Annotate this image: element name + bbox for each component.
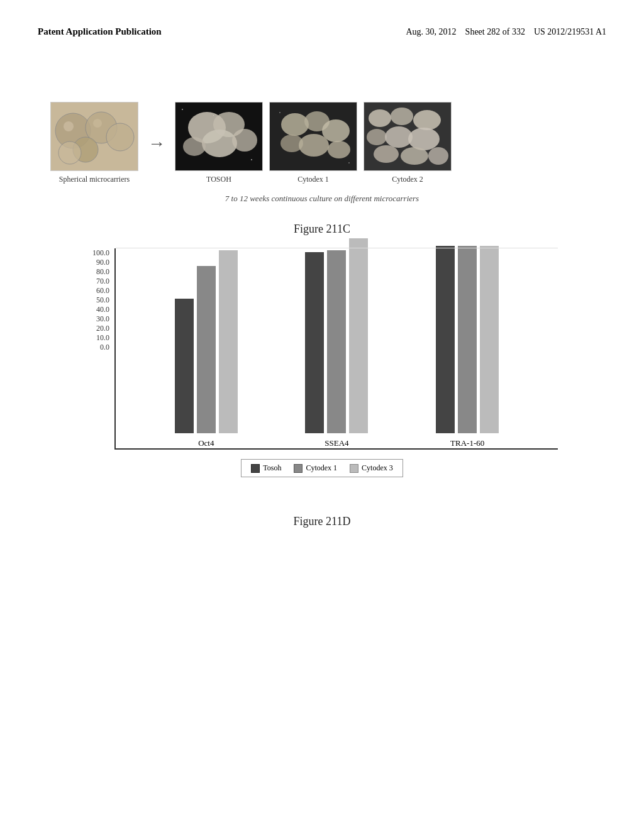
page-header: Patent Application Publication Aug. 30, …	[0, 0, 644, 52]
micro-image-tosoh	[175, 102, 263, 171]
svg-rect-14	[182, 109, 183, 110]
main-content: Spherical microcarriers →	[0, 52, 644, 541]
svg-point-18	[281, 113, 309, 136]
svg-point-22	[299, 134, 329, 157]
bar-tra-tosoh	[436, 246, 455, 433]
chart-area: Oct4 SSEA4	[114, 248, 558, 450]
bar-oct4-tosoh	[175, 299, 194, 433]
svg-point-35	[428, 147, 448, 165]
image-label-cytodex2: Cytodex 2	[392, 175, 423, 184]
svg-point-3	[106, 123, 134, 151]
svg-point-12	[183, 137, 206, 156]
bar-tra-cytodex1	[458, 246, 477, 433]
y-label-50: 50.0	[96, 296, 109, 305]
legend-label-cytodex1: Cytodex 1	[306, 463, 337, 473]
figure-211d-title: Figure 211D	[50, 515, 594, 528]
y-label-100: 100.0	[92, 248, 109, 258]
image-item-cytodex2: Cytodex 2	[364, 102, 452, 184]
bars-oct4	[175, 250, 238, 433]
y-label-70: 70.0	[96, 277, 109, 286]
y-label-90: 90.0	[96, 258, 109, 267]
bar-ssea4-cytodex3	[349, 238, 368, 433]
svg-point-5	[58, 141, 81, 164]
bars-container: Oct4 SSEA4	[116, 248, 558, 448]
svg-rect-25	[348, 162, 350, 163]
patent-info: Aug. 30, 2012 Sheet 282 of 332 US 2012/2…	[406, 25, 606, 39]
svg-rect-15	[251, 159, 252, 160]
image-item-tosoh: TOSOH	[175, 102, 263, 184]
bar-ssea4-tosoh	[305, 252, 324, 433]
group-label-oct4: Oct4	[198, 438, 214, 448]
legend-item-tosoh: Tosoh	[251, 463, 281, 473]
svg-point-7	[93, 119, 102, 128]
y-label-0: 0.0	[100, 343, 109, 352]
bars-tra	[436, 246, 499, 433]
image-label-tosoh: TOSOH	[206, 175, 231, 184]
bar-group-ssea4: SSEA4	[305, 238, 368, 448]
legend-item-cytodex1: Cytodex 1	[294, 463, 337, 473]
publication-title: Patent Application Publication	[38, 25, 162, 38]
svg-point-34	[401, 147, 428, 165]
legend-swatch-tosoh	[251, 464, 260, 473]
micro-image-cytodex2	[364, 102, 452, 171]
culture-caption: 7 to 12 weeks continuous culture on diff…	[50, 194, 594, 204]
image-label-spherical: Spherical microcarriers	[59, 175, 130, 184]
group-label-tra: TRA-1-60	[450, 438, 484, 448]
y-label-20: 20.0	[96, 324, 109, 333]
group-label-ssea4: SSEA4	[325, 438, 348, 448]
image-item-spherical: Spherical microcarriers	[50, 102, 138, 184]
figure-211c-title: Figure 211C	[50, 223, 594, 236]
bar-oct4-cytodex1	[197, 266, 216, 433]
svg-point-30	[367, 129, 387, 145]
svg-point-13	[232, 129, 257, 152]
legend-item-cytodex3: Cytodex 3	[350, 463, 393, 473]
y-label-10: 10.0	[96, 333, 109, 343]
legend-label-tosoh: Tosoh	[263, 463, 281, 473]
svg-point-29	[413, 110, 441, 130]
svg-point-27	[369, 109, 391, 127]
legend-label-cytodex3: Cytodex 3	[362, 463, 393, 473]
y-label-60: 60.0	[96, 286, 109, 296]
svg-point-33	[374, 145, 399, 163]
figure-211c-section: Figure 211C 100.0 90.0 80.0 70.0 60.0 50…	[50, 223, 594, 477]
chart-wrapper: 100.0 90.0 80.0 70.0 60.0 50.0 40.0 30.0…	[86, 248, 558, 450]
bar-group-oct4: Oct4	[175, 250, 238, 448]
image-item-cytodex1: Cytodex 1	[269, 102, 357, 184]
svg-point-28	[391, 108, 413, 125]
y-label-80: 80.0	[96, 267, 109, 277]
chart-legend: Tosoh Cytodex 1 Cytodex 3	[241, 459, 403, 477]
y-label-30: 30.0	[96, 314, 109, 324]
svg-point-11	[202, 130, 237, 157]
chart-plot-area: Oct4 SSEA4	[114, 248, 558, 450]
svg-point-6	[64, 121, 74, 131]
images-row: Spherical microcarriers →	[50, 102, 594, 184]
bar-oct4-cytodex3	[219, 250, 238, 433]
y-label-40: 40.0	[96, 305, 109, 314]
bar-group-tra: TRA-1-60	[436, 246, 499, 448]
microcarrier-section: Spherical microcarriers →	[50, 102, 594, 204]
legend-swatch-cytodex1	[294, 464, 303, 473]
micro-image-spherical	[50, 102, 138, 171]
bar-ssea4-cytodex1	[327, 250, 346, 433]
svg-point-20	[322, 119, 350, 142]
arrow-icon: →	[148, 133, 165, 153]
svg-point-32	[408, 128, 440, 150]
micro-image-cytodex1	[269, 102, 357, 171]
svg-rect-16	[213, 115, 214, 116]
image-label-cytodex1: Cytodex 1	[297, 175, 329, 184]
bar-tra-cytodex3	[480, 246, 499, 433]
legend-swatch-cytodex3	[350, 464, 358, 473]
arrow-container: →	[145, 133, 169, 153]
svg-point-23	[328, 141, 350, 158]
svg-rect-24	[279, 112, 280, 113]
bars-ssea4	[305, 238, 368, 433]
y-axis: 100.0 90.0 80.0 70.0 60.0 50.0 40.0 30.0…	[86, 248, 114, 371]
